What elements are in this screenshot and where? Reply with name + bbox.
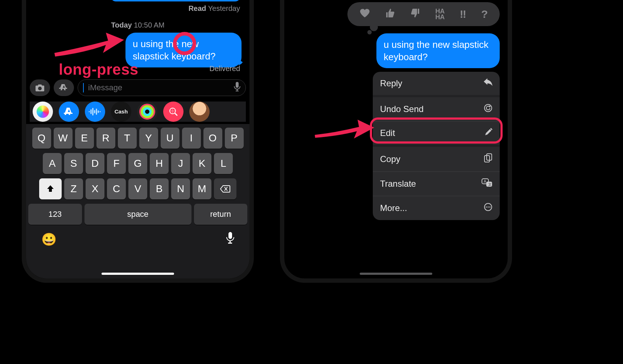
text-caret <box>83 83 84 92</box>
sent-message-bubble[interactable]: u using the new slapstick keyboard? <box>125 33 242 67</box>
key-k[interactable]: K <box>193 153 211 174</box>
menu-edit[interactable]: Edit <box>373 121 500 145</box>
key-t[interactable]: T <box>118 128 137 149</box>
read-receipt: Read Yesterday <box>189 4 240 13</box>
key-p[interactable]: P <box>225 128 244 149</box>
home-indicator[interactable] <box>102 273 174 275</box>
app-audio-message[interactable] <box>85 102 105 122</box>
backspace-icon <box>220 185 231 193</box>
key-q[interactable]: Q <box>32 128 51 149</box>
menu-translate[interactable]: Translate A文 <box>373 171 500 196</box>
menu-translate-label: Translate <box>380 179 416 189</box>
magnifier-globe-icon <box>169 107 178 116</box>
menu-more[interactable]: More... <box>373 196 500 220</box>
thumbs-down-icon <box>410 8 420 18</box>
key-o[interactable]: O <box>203 128 222 149</box>
keyboard[interactable]: Q W E R T Y U I O P A S D F G H <box>26 124 249 278</box>
tapback-heart[interactable] <box>359 8 370 21</box>
message-input[interactable]: iMessage <box>78 79 246 96</box>
dictate-icon[interactable] <box>234 82 240 94</box>
key-i[interactable]: I <box>182 128 201 149</box>
messages-screen: Read Yesterday Today 10:50 AM u using th… <box>26 0 249 278</box>
keyboard-row-4: 123 space return <box>28 204 247 225</box>
key-v[interactable]: V <box>128 178 147 199</box>
annotation-label: long-press <box>59 61 139 78</box>
sent-message-text: u using the new slapstick keyboard? <box>133 38 215 62</box>
app-store-icon <box>59 83 69 92</box>
tapback-thumbs-down[interactable] <box>410 8 420 21</box>
key-x[interactable]: X <box>86 178 104 199</box>
key-y[interactable]: Y <box>139 128 158 149</box>
message-context-menu[interactable]: Reply Undo Send Edit <box>373 72 500 220</box>
imessage-app-strip[interactable]: Cash <box>30 102 246 122</box>
key-r[interactable]: R <box>96 128 115 149</box>
key-shift[interactable] <box>39 178 62 199</box>
app-store[interactable] <box>59 102 79 122</box>
key-c[interactable]: C <box>107 178 126 199</box>
sent-message-text: u using the new slapstick keyboard? <box>384 39 488 62</box>
photos-icon <box>37 106 49 118</box>
copy-icon <box>484 153 492 165</box>
thumbs-up-icon <box>385 8 395 18</box>
menu-copy[interactable]: Copy <box>373 145 500 171</box>
key-m[interactable]: M <box>193 178 211 199</box>
key-e[interactable]: E <box>75 128 94 149</box>
translate-icon: A文 <box>482 178 492 189</box>
key-a[interactable]: A <box>43 153 62 174</box>
svg-text:文: 文 <box>488 182 492 186</box>
menu-reply-label: Reply <box>380 78 402 88</box>
key-g[interactable]: G <box>128 153 147 174</box>
app-store-a-icon <box>64 107 74 117</box>
app-store-shortcut-button[interactable] <box>54 79 74 96</box>
tapback-question[interactable]: ? <box>481 8 488 20</box>
app-photos[interactable] <box>33 102 53 122</box>
key-l[interactable]: L <box>214 153 233 174</box>
home-indicator[interactable] <box>360 273 432 275</box>
key-s[interactable]: S <box>64 153 83 174</box>
key-w[interactable]: W <box>54 128 73 149</box>
tapback-thumbs-up[interactable] <box>385 8 395 21</box>
shift-icon <box>46 185 54 193</box>
svg-point-9 <box>486 206 487 207</box>
phone-right: HAHA ‼ ? u using the new slapstick keybo… <box>280 0 512 283</box>
menu-reply[interactable]: Reply <box>373 72 500 95</box>
app-find[interactable] <box>163 102 183 122</box>
key-numbers[interactable]: 123 <box>28 204 82 225</box>
key-u[interactable]: U <box>161 128 180 149</box>
app-memoji[interactable] <box>189 102 210 122</box>
tapback-haha[interactable]: HAHA <box>435 8 445 20</box>
key-z[interactable]: Z <box>64 178 83 199</box>
emoji-keyboard-button[interactable]: 😀 <box>41 232 57 247</box>
menu-edit-label: Edit <box>380 128 395 138</box>
key-d[interactable]: D <box>86 153 104 174</box>
apple-cash-label: Cash <box>115 108 128 115</box>
sent-message-bubble-focus[interactable]: u using the new slapstick keyboard? <box>376 33 500 68</box>
more-icon <box>484 203 492 214</box>
key-b[interactable]: B <box>150 178 169 199</box>
key-backspace[interactable] <box>214 178 236 199</box>
reply-icon <box>484 78 492 88</box>
key-f[interactable]: F <box>107 153 126 174</box>
svg-text:A: A <box>484 179 486 183</box>
tapback-bar[interactable]: HAHA ‼ ? <box>347 2 500 26</box>
dictation-button[interactable] <box>226 232 234 247</box>
read-when: Yesterday <box>208 4 240 12</box>
menu-undo-send[interactable]: Undo Send <box>373 95 500 121</box>
camera-button[interactable] <box>30 79 50 96</box>
key-j[interactable]: J <box>171 153 190 174</box>
tapback-exclaim[interactable]: ‼ <box>460 8 466 20</box>
app-apple-cash[interactable]: Cash <box>111 102 131 122</box>
compose-row: iMessage <box>30 78 246 98</box>
annotation-arrow <box>51 28 124 64</box>
keyboard-row-1: Q W E R T Y U I O P <box>28 128 247 149</box>
tutorial-canvas: Read Yesterday Today 10:50 AM u using th… <box>0 0 623 364</box>
key-space[interactable]: space <box>84 204 191 225</box>
app-fitness[interactable] <box>137 102 157 122</box>
key-return[interactable]: return <box>194 204 248 225</box>
key-h[interactable]: H <box>150 153 169 174</box>
key-n[interactable]: N <box>171 178 190 199</box>
previous-sent-bubble[interactable] <box>110 0 241 1</box>
svg-point-11 <box>489 206 490 207</box>
delivered-status: Delivered <box>210 65 240 73</box>
menu-more-label: More... <box>380 203 407 213</box>
